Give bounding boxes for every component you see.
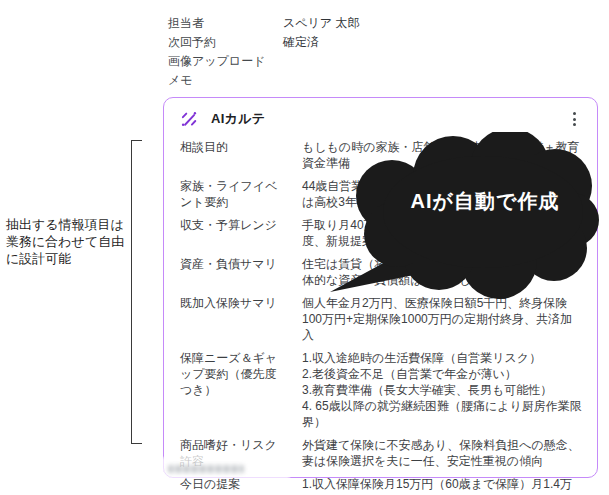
- row-label: 相談目的: [180, 139, 286, 171]
- row-label: 家族・ライフイベント要約: [180, 178, 286, 210]
- grouping-bracket: [131, 140, 142, 444]
- field-value: スペリア 太郎: [283, 15, 359, 32]
- row-value: もしもの時の家族・店舗保護、老後資金準備＋教育資金準備: [302, 139, 583, 171]
- row-value: 1.収入途絶時の生活費保障（自営業リスク） 2.老後資金不足（自営業で年金が薄い…: [302, 350, 583, 430]
- table-row: 今日の提案 1.収入保障保険月15万円（60歳まで保障）月1.4万円 2.外貨建…: [180, 476, 583, 495]
- table-row: 保障ニーズ＆ギャップ要約（優先度つき） 1.収入途絶時の生活費保障（自営業リスク…: [180, 350, 583, 430]
- card-title: AIカルテ: [211, 110, 565, 128]
- row-value: 住宅は賃貸（将来購入検討）、事業用借入あり、具体的な資産・負債額は言及なし: [302, 256, 583, 288]
- field-row: メモ: [168, 71, 468, 90]
- row-label: 資産・負債サマリ: [180, 256, 286, 288]
- row-value: 手取り月40万円前後、既契約の保険料は月2万円程度、新規提案で月3万円以内を想定: [302, 217, 583, 249]
- field-row: 次回予約 確定済: [168, 33, 468, 52]
- magic-wand-icon: [180, 110, 198, 128]
- row-label: 保障ニーズ＆ギャップ要約（優先度つき）: [180, 350, 286, 430]
- row-label: 収支・予算レンジ: [180, 217, 286, 249]
- field-label: メモ: [168, 72, 283, 89]
- field-row: 画像アップロード: [168, 52, 468, 71]
- row-value: 1.収入保障保険月15万円（60歳まで保障）月1.4万円 2.外貨建て終身保険（…: [302, 476, 583, 495]
- row-value: 外貨建て保険に不安感あり、保険料負担への懸念、妻は保険選択を夫に一任、安定性重視…: [302, 437, 583, 469]
- annotation-text: 抽出する情報項目は 業務に合わせて自由 に設計可能: [6, 216, 134, 267]
- ai-karte-card: AIカルテ 相談目的 もしもの時の家族・店舗保護、老後資金準備＋教育資金準備 家…: [163, 97, 598, 478]
- table-row: 相談目的 もしもの時の家族・店舗保護、老後資金準備＋教育資金準備: [180, 139, 583, 171]
- annotation-line: 抽出する情報項目は: [6, 217, 124, 232]
- row-label: 既加入保険サマリ: [180, 295, 286, 343]
- table-row: 収支・予算レンジ 手取り月40万円前後、既契約の保険料は月2万円程度、新規提案で…: [180, 217, 583, 249]
- blurred-text: [168, 465, 244, 473]
- table-row: 既加入保険サマリ 個人年金月2万円、医療保険日額5千円、終身保険100万円+定期…: [180, 295, 583, 343]
- card-header: AIカルテ: [164, 98, 597, 135]
- field-label: 次回予約: [168, 34, 283, 51]
- row-label: 今日の提案: [180, 476, 286, 495]
- row-value: 44歳自営業（飲食店経営）、妻はパート勤務、長女は高校3年生（大学進学希望）、長…: [302, 178, 583, 210]
- kebab-menu-icon[interactable]: [565, 109, 583, 129]
- row-value: 個人年金月2万円、医療保険日額5千円、終身保険100万円+定期保険1000万円の…: [302, 295, 583, 343]
- table-row: 家族・ライフイベント要約 44歳自営業（飲食店経営）、妻はパート勤務、長女は高校…: [180, 178, 583, 210]
- annotation-line: に設計可能: [6, 251, 71, 266]
- field-label: 担当者: [168, 15, 283, 32]
- field-value: 確定済: [283, 34, 319, 51]
- field-row: 担当者 スペリア 太郎: [168, 14, 468, 33]
- table-row: 資産・負債サマリ 住宅は賃貸（将来購入検討）、事業用借入あり、具体的な資産・負債…: [180, 256, 583, 288]
- record-fields: 担当者 スペリア 太郎 次回予約 確定済 画像アップロード メモ: [168, 14, 468, 90]
- card-body: 相談目的 もしもの時の家族・店舗保護、老後資金準備＋教育資金準備 家族・ライフイ…: [164, 135, 597, 495]
- page: { "form": { "fields": [ { "label": "担当者"…: [0, 0, 609, 495]
- field-label: 画像アップロード: [168, 53, 283, 70]
- annotation-line: 業務に合わせて自由: [6, 234, 124, 249]
